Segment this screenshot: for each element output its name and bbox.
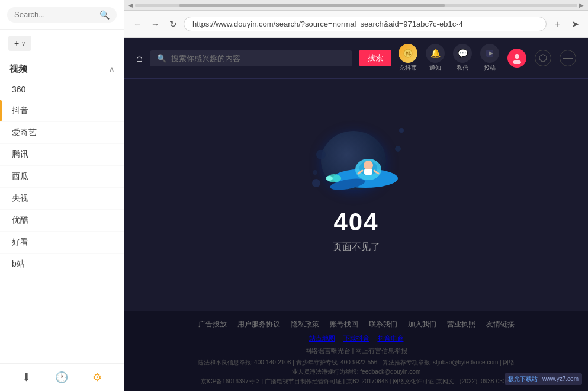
svg-text:抖: 抖 xyxy=(405,51,412,57)
scrollbar-thumb[interactable] xyxy=(179,4,445,7)
svg-point-5 xyxy=(513,60,521,64)
planet-dot-2 xyxy=(399,128,404,133)
douyin-avatar[interactable] xyxy=(507,49,526,68)
coins-icon: 抖 xyxy=(399,44,417,63)
footer-link-ads[interactable]: 广告投放 xyxy=(198,319,227,329)
url-bar[interactable]: https://www.douyin.com/search/?source=no… xyxy=(184,17,547,31)
forward-button[interactable]: → xyxy=(148,17,162,31)
settings-icon[interactable]: ⚙ xyxy=(92,371,102,384)
download-icon[interactable]: ⬇ xyxy=(22,371,31,384)
svg-rect-11 xyxy=(364,169,372,175)
svg-point-17 xyxy=(316,150,326,159)
chevron-down-icon: ∨ xyxy=(21,40,25,47)
douyin-nav-messages[interactable]: 💬 私信 xyxy=(453,44,472,72)
sidebar-item-iqiyi[interactable]: 爱奇艺 xyxy=(0,122,124,144)
search-bar: 🔍 xyxy=(0,0,124,30)
sidebar-item-haokan[interactable]: 好看 xyxy=(0,232,124,254)
sidebar-item-youku[interactable]: 优酷 xyxy=(0,210,124,232)
footer-link-license[interactable]: 营业执照 xyxy=(447,319,475,329)
douyin-search-input[interactable] xyxy=(171,54,345,63)
browser-view: ⌂ 🔍 搜索 抖 充抖币 xyxy=(124,38,588,391)
add-button[interactable]: + ∨ xyxy=(8,36,31,51)
sidebar: 🔍 + ∨ 视频 ∧ 360 抖音 爱奇艺 腾讯 西瓜 xyxy=(0,0,124,391)
svg-point-16 xyxy=(395,146,401,152)
svg-point-4 xyxy=(515,54,519,59)
refresh-button[interactable]: ↻ xyxy=(166,17,180,31)
scroll-left-arrow[interactable]: ◀ xyxy=(127,1,135,9)
notify-icon-circle: 🔔 xyxy=(426,44,445,63)
footer-link-terms[interactable]: 用户服务协议 xyxy=(237,319,280,329)
douyin-search-icon: 🔍 xyxy=(157,54,166,63)
section-label-videos: 视频 xyxy=(9,63,27,75)
douyin-home-icon[interactable]: ⌂ xyxy=(136,52,143,65)
new-tab-button[interactable]: + xyxy=(550,17,564,31)
error-code: 404 xyxy=(333,208,378,236)
footer-network: 网络谣言曝光台 | 网上有害信息举报 xyxy=(136,347,576,355)
footer-link-friends[interactable]: 友情链接 xyxy=(486,319,515,329)
footer-link-privacy[interactable]: 隐私政策 xyxy=(291,319,319,329)
douyin-404-content: 404 页面不见了 xyxy=(124,79,588,311)
sidebar-item-tencent[interactable]: 腾讯 xyxy=(0,144,124,166)
footer-links-row2: 站点地图 下载抖音 抖音电商 xyxy=(136,334,576,343)
sidebar-item-360[interactable]: 360 xyxy=(0,79,124,100)
sidebar-footer: ⬇ 🕐 ⚙ xyxy=(0,363,124,391)
sidebar-item-label-haokan: 好看 xyxy=(12,237,28,248)
douyin-nav-icons: 抖 充抖币 🔔 通知 💬 私信 xyxy=(399,44,576,72)
sidebar-item-label-youku: 优酷 xyxy=(12,215,28,226)
footer-link-ecommerce[interactable]: 抖音电商 xyxy=(378,334,404,343)
douyin-illustration xyxy=(303,125,410,196)
sidebar-item-label-iqiyi: 爱奇艺 xyxy=(12,127,37,138)
horizontal-scrollbar[interactable]: ◀ ▶ xyxy=(124,0,588,11)
watermark-logo: 极光下载站 xyxy=(508,376,538,382)
footer-link-contact[interactable]: 联系我们 xyxy=(369,319,397,329)
messages-label: 私信 xyxy=(457,64,468,72)
history-icon[interactable]: 🕐 xyxy=(55,371,68,384)
browser-toolbar: ← → ↻ https://www.douyin.com/search/?sou… xyxy=(124,11,588,38)
add-icon: + xyxy=(14,39,19,48)
douyin-search-box[interactable]: 🔍 xyxy=(150,50,352,66)
footer-link-download[interactable]: 下载抖音 xyxy=(343,334,369,343)
search-input-box[interactable]: 🔍 xyxy=(7,7,117,23)
sidebar-item-label-douyin: 抖音 xyxy=(12,105,28,116)
douyin-nav-notify[interactable]: 🔔 通知 xyxy=(426,44,445,72)
douyin-shield-icon[interactable] xyxy=(535,50,551,66)
spaceship-svg xyxy=(303,137,410,196)
douyin-nav-coins[interactable]: 抖 充抖币 xyxy=(399,44,417,72)
section-header-videos[interactable]: 视频 ∧ xyxy=(0,57,124,79)
sidebar-item-label-tencent: 腾讯 xyxy=(12,149,28,160)
search-input[interactable] xyxy=(14,10,96,19)
sidebar-content: 视频 ∧ 360 抖音 爱奇艺 腾讯 西瓜 央视 优酷 好看 b站 xyxy=(0,57,124,363)
network-text: 网络谣言曝光台 | 网上有害信息举报 xyxy=(305,347,408,355)
douyin-search-button-label: 搜索 xyxy=(368,53,383,63)
sidebar-item-label-xigua: 西瓜 xyxy=(12,171,28,182)
sidebar-item-xigua[interactable]: 西瓜 xyxy=(0,166,124,188)
footer-link-sitemap[interactable]: 站点地图 xyxy=(309,334,335,343)
main-content: ◀ ▶ ← → ↻ https://www.douyin.com/search/… xyxy=(124,0,588,391)
sidebar-item-label-bilibili: b站 xyxy=(12,259,25,270)
douyin-nav-upload[interactable]: 投稿 xyxy=(480,44,499,72)
scrollbar-track[interactable] xyxy=(135,4,577,7)
notify-icon: 🔔 xyxy=(430,49,441,58)
coins-label: 充抖币 xyxy=(399,64,417,72)
scroll-right-arrow[interactable]: ▶ xyxy=(577,1,586,9)
sidebar-item-cctv[interactable]: 央视 xyxy=(0,188,124,210)
footer-link-account[interactable]: 账号找回 xyxy=(330,319,358,329)
svg-point-18 xyxy=(313,170,317,175)
douyin-search-button[interactable]: 搜索 xyxy=(359,50,391,66)
svg-point-10 xyxy=(364,161,373,170)
svg-point-15 xyxy=(326,176,333,181)
message-icon: 💬 xyxy=(458,49,468,58)
chevron-up-icon: ∧ xyxy=(109,65,114,73)
message-icon-circle: 💬 xyxy=(453,44,472,63)
sidebar-item-label-cctv: 央视 xyxy=(12,193,28,204)
sidebar-item-douyin[interactable]: 抖音 xyxy=(0,100,124,122)
upload-icon-circle xyxy=(480,44,499,63)
share-button[interactable]: ➤ xyxy=(568,17,582,31)
watermark-url: www.yz7.com xyxy=(542,376,579,382)
sidebar-item-bilibili[interactable]: b站 xyxy=(0,254,124,275)
douyin-minimize-icon[interactable]: — xyxy=(560,50,576,66)
back-button[interactable]: ← xyxy=(130,17,144,31)
error-message: 页面不见了 xyxy=(333,241,380,254)
upload-label: 投稿 xyxy=(484,64,496,72)
footer-link-join[interactable]: 加入我们 xyxy=(408,319,436,329)
